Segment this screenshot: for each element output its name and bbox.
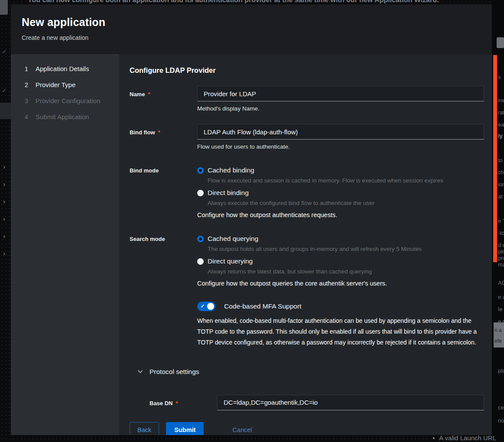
bind-mode-option-direct: Direct binding Always execute the config… (197, 189, 484, 206)
mfa-toggle[interactable]: ✓ (197, 302, 215, 311)
background-banner-text: You can now configure both an applicatio… (28, 0, 487, 4)
chevron-right-icon: › (3, 250, 5, 257)
radio-label[interactable]: Direct binding (208, 189, 249, 197)
step-number: 4 (25, 114, 31, 120)
field-bind-mode-row: Bind mode Cached binding Flow is execute… (130, 166, 484, 218)
background-text-fragment: no (498, 417, 504, 424)
background-text-fragment: le (498, 306, 502, 312)
bind-mode-footnote: Configure how the outpost authenticates … (197, 211, 484, 218)
chevron-right-icon: › (3, 198, 5, 205)
bind-flow-label: Bind flow (130, 129, 155, 136)
step-number: 1 (25, 65, 31, 72)
radio-description: Always returns the latest data, but slow… (208, 268, 484, 275)
chevron-right-icon: › (3, 180, 5, 188)
background-text-fragment: e "c (498, 218, 504, 224)
modal-header: New application Create a new application (11, 4, 492, 54)
new-application-modal: New application Create a new application… (11, 4, 492, 435)
wizard-body: 1 Application Details 2 Provider Type 3 … (11, 54, 492, 435)
step-submit-application: 4 Submit Application (11, 109, 119, 125)
background-text-fragment: d e (498, 242, 504, 248)
wizard-content: Configure LDAP Provider Name Method's di… (119, 54, 492, 435)
page-title: Configure LDAP Provider (130, 66, 484, 75)
protocol-settings-label: Protocol settings (150, 368, 199, 376)
radio-description: Flow is executed and session is cached i… (208, 177, 484, 184)
radio-description: The outpost holds all users and groups i… (208, 246, 484, 252)
toggle-check-icon: ✓ (201, 303, 205, 309)
background-text-fragment: AC (498, 280, 504, 286)
background-text-fragment: ly a (498, 133, 504, 139)
screen: You can now configure both an applicatio… (0, 0, 504, 442)
background-text-fragment: s (498, 74, 501, 80)
bind-flow-select[interactable] (197, 124, 484, 140)
search-mode-option-cached: Cached querying The outpost holds all us… (197, 235, 484, 252)
background-sidebar-logo (0, 0, 8, 15)
background-text-fragment: rat (498, 109, 504, 116)
background-text-fragment: e a (498, 294, 504, 300)
background-text-fragment: ces (498, 404, 504, 411)
step-application-details[interactable]: 1 Application Details (11, 61, 119, 77)
submit-button[interactable]: Submit (166, 422, 204, 435)
background-text-fragment: pla (498, 367, 504, 374)
mfa-description: When enabled, code-based multi-factor au… (197, 315, 484, 348)
field-name-row: Name Method's display Name. (130, 86, 484, 112)
step-number: 2 (25, 81, 31, 88)
required-asterisk (148, 91, 150, 98)
background-text-fragment: at (498, 193, 503, 200)
chevron-down-icon (137, 370, 143, 374)
modal-subtitle: Create a new application (22, 34, 481, 41)
step-provider-configuration: 3 Provider Configuration (11, 93, 119, 109)
radio-label[interactable]: Direct querying (208, 257, 253, 265)
cancel-button[interactable]: Cancel (231, 422, 254, 435)
toggle-knob (207, 303, 214, 310)
background-text-fragment: to (498, 157, 503, 163)
step-number: 3 (25, 98, 31, 104)
search-mode-footnote: Configure how the outpost queries the co… (197, 280, 484, 287)
bullet-icon: • (432, 434, 435, 442)
background-text-fragment: plic (498, 248, 504, 255)
bind-mode-label: Bind mode (130, 167, 159, 174)
step-provider-type[interactable]: 2 Provider Type (11, 77, 119, 93)
modal-title: New application (22, 16, 481, 29)
radio-description: Always execute the configured bind flow … (208, 200, 484, 206)
mfa-label[interactable]: Code-based MFA Support (224, 302, 301, 310)
check-icon: ✓ (2, 88, 7, 94)
chevron-right-icon: › (3, 232, 5, 240)
bind-mode-option-cached: Cached binding Flow is executed and sess… (197, 166, 484, 184)
background-text-fragment: -to (498, 230, 504, 236)
field-mfa-row: ✓ Code-based MFA Support When enabled, c… (130, 302, 484, 348)
background-highlight-block: n a efe (494, 322, 504, 348)
chevron-right-icon: › (3, 163, 5, 170)
field-bind-flow-row: Bind flow Flow used for users to authent… (130, 124, 484, 150)
background-text-fragment: ch (498, 169, 504, 176)
name-input[interactable] (197, 86, 484, 101)
required-asterisk (158, 129, 160, 136)
background-text-fragment: ma (498, 261, 504, 268)
radio-unchecked-icon[interactable] (197, 258, 204, 265)
radio-label[interactable]: Cached querying (208, 235, 258, 243)
check-icon: ✓ (2, 49, 7, 55)
chevron-right-icon: › (3, 215, 5, 222)
back-button[interactable]: Back (130, 422, 159, 435)
radio-unchecked-icon[interactable] (197, 190, 204, 196)
modal-scrollbar-thumb[interactable] (493, 55, 497, 262)
step-label: Provider Configuration (36, 97, 100, 104)
radio-checked-icon[interactable] (197, 236, 204, 242)
background-text-fragment: ine (498, 97, 504, 104)
protocol-settings-toggle[interactable]: Protocol settings (137, 368, 484, 376)
wizard-step-nav: 1 Application Details 2 Provider Type 3 … (11, 54, 119, 435)
name-label: Name (130, 91, 145, 98)
required-asterisk (176, 400, 178, 406)
search-mode-label: Search mode (130, 236, 165, 242)
field-base-dn-row: Base DN (130, 395, 484, 410)
step-label: Application Details (36, 65, 89, 72)
provider-form: Name Method's display Name. Bind flow (130, 86, 484, 435)
radio-label[interactable]: Cached binding (208, 166, 254, 174)
radio-checked-icon[interactable] (197, 167, 204, 174)
background-text-fragment: ion (498, 181, 504, 188)
bind-flow-help-text: Flow used for users to authenticate. (197, 143, 484, 150)
background-right-badge (497, 37, 504, 48)
base-dn-input[interactable] (217, 395, 484, 410)
background-text-fragment: pro (498, 255, 504, 261)
wizard-footer: Back Submit Cancel (130, 422, 484, 435)
background-sidebar-active-item (0, 103, 11, 119)
